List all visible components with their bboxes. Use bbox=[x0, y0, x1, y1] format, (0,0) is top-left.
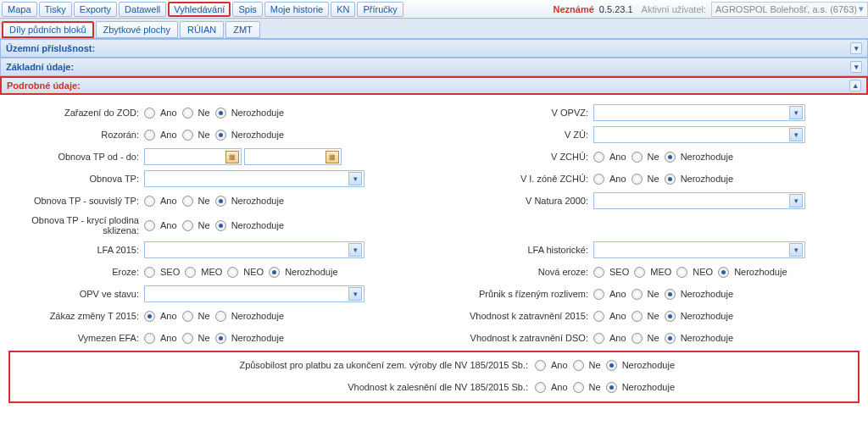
subtab-zbytkove-plochy[interactable]: Zbytkové plochy bbox=[96, 21, 178, 38]
expand-icon[interactable]: ▾ bbox=[850, 61, 862, 73]
label-souvisly-tp: Obnova TP - souvislý TP: bbox=[8, 196, 144, 206]
radio-nerozhoduje[interactable] bbox=[215, 108, 226, 119]
form-right-column: V OPVZ: ▾ V ZÚ: ▾ V ZCHÚ: Ano Ne Nerozho… bbox=[407, 102, 860, 349]
radio-ano[interactable] bbox=[144, 220, 155, 231]
tab-kn[interactable]: KN bbox=[331, 2, 355, 17]
radio-ne[interactable] bbox=[182, 333, 193, 344]
radio-nerozhoduje[interactable] bbox=[269, 267, 280, 278]
tab-prirucky[interactable]: Příručky bbox=[357, 2, 403, 17]
subtab-dily-pudnich-bloku[interactable]: Díly půdních bloků bbox=[2, 21, 94, 38]
tab-tisky[interactable]: Tisky bbox=[39, 2, 72, 17]
chevron-down-icon: ▾ bbox=[348, 243, 362, 257]
radio-ne[interactable] bbox=[182, 108, 193, 119]
radios-vhodnost-2015: Ano Ne Nerozhoduje bbox=[593, 311, 733, 322]
radio-nerozhoduje[interactable] bbox=[215, 130, 226, 141]
radio-nerozhoduje[interactable] bbox=[718, 267, 729, 278]
radio-ne[interactable] bbox=[632, 311, 643, 322]
label-kryci-plodina: Obnova TP - krycí plodina sklizena: bbox=[8, 215, 144, 235]
label-v-natura-2000: V Natura 2000: bbox=[407, 196, 593, 206]
radio-nerozhoduje[interactable] bbox=[665, 289, 676, 300]
radio-ano[interactable] bbox=[593, 311, 604, 322]
tab-datawell[interactable]: Datawell bbox=[119, 2, 166, 17]
radios-zakaz-zmeny-t: Ano Ne Nerozhoduje bbox=[144, 311, 284, 322]
radio-ano[interactable] bbox=[593, 289, 604, 300]
date-to-input[interactable]: ▦ bbox=[244, 148, 342, 165]
radio-nerozhoduje[interactable] bbox=[665, 311, 676, 322]
select-v-opvz[interactable]: ▾ bbox=[593, 104, 805, 121]
form-podrobne-udaje: Zařazení do ZOD: Ano Ne Nerozhoduje Rozo… bbox=[0, 95, 868, 410]
radio-nerozhoduje[interactable] bbox=[215, 311, 226, 322]
top-toolbar: Mapa Tisky Exporty Datawell Vyhledávání … bbox=[0, 0, 868, 19]
tab-exporty[interactable]: Exporty bbox=[74, 2, 117, 17]
tab-vyhledavani[interactable]: Vyhledávání bbox=[168, 2, 231, 17]
subtab-zmt[interactable]: ZMT bbox=[225, 21, 260, 38]
radio-ne[interactable] bbox=[573, 382, 584, 393]
radio-nerozhoduje[interactable] bbox=[215, 333, 226, 344]
radio-ano[interactable] bbox=[535, 382, 546, 393]
radio-neo[interactable] bbox=[227, 267, 238, 278]
radio-ano[interactable] bbox=[593, 333, 604, 344]
radio-ano[interactable] bbox=[144, 108, 155, 119]
status-text: Neznámé bbox=[554, 4, 594, 14]
date-from-input[interactable]: ▦ bbox=[144, 148, 242, 165]
radio-nerozhoduje[interactable] bbox=[606, 382, 617, 393]
select-opv-ve-stavu[interactable]: ▾ bbox=[144, 285, 364, 302]
label-v-i-zone-zchu: V I. zóně ZCHÚ: bbox=[407, 174, 593, 184]
radio-nerozhoduje[interactable] bbox=[665, 152, 676, 163]
radio-nerozhoduje[interactable] bbox=[215, 220, 226, 231]
label-lfa-historicke: LFA historické: bbox=[407, 245, 593, 255]
radio-neo[interactable] bbox=[676, 267, 687, 278]
select-lfa-2015[interactable]: ▾ bbox=[144, 241, 364, 258]
app-root: Mapa Tisky Exporty Datawell Vyhledávání … bbox=[0, 0, 868, 410]
radio-label: Nerozhoduje bbox=[231, 108, 284, 118]
radio-ne[interactable] bbox=[632, 174, 643, 185]
radio-ne[interactable] bbox=[182, 311, 193, 322]
select-v-natura-2000[interactable]: ▾ bbox=[593, 192, 805, 209]
radio-ne[interactable] bbox=[632, 333, 643, 344]
radio-ano[interactable] bbox=[144, 333, 155, 344]
active-user-label: Aktivní uživatel: bbox=[642, 4, 706, 14]
radio-ne[interactable] bbox=[182, 196, 193, 207]
radio-ano[interactable] bbox=[144, 311, 155, 322]
calendar-icon: ▦ bbox=[326, 151, 339, 163]
select-obnova-tp[interactable]: ▾ bbox=[144, 170, 364, 187]
radio-ne[interactable] bbox=[182, 130, 193, 141]
section-uzemni-prislusnost[interactable]: Územní příslušnost: ▾ bbox=[0, 39, 868, 58]
radio-ano[interactable] bbox=[144, 130, 155, 141]
label-opv-ve-stavu: OPV ve stavu: bbox=[8, 289, 144, 299]
radio-nerozhoduje[interactable] bbox=[606, 360, 617, 371]
radio-ne[interactable] bbox=[573, 360, 584, 371]
expand-icon[interactable]: ▾ bbox=[850, 42, 862, 54]
radio-seo[interactable] bbox=[144, 267, 155, 278]
section-podrobne-udaje[interactable]: Podrobné údaje: ▴ bbox=[0, 76, 868, 95]
radio-meo[interactable] bbox=[634, 267, 645, 278]
label-zarazeni-zod: Zařazení do ZOD: bbox=[8, 108, 144, 118]
radio-ne[interactable] bbox=[632, 152, 643, 163]
radio-seo[interactable] bbox=[593, 267, 604, 278]
active-user-select[interactable]: AGROSPOL Bolehošť, a.s. (6763) ▾ bbox=[711, 2, 868, 17]
radio-nerozhoduje[interactable] bbox=[665, 174, 676, 185]
radio-meo[interactable] bbox=[185, 267, 196, 278]
radio-label: Ano bbox=[160, 108, 177, 118]
subtab-ruian[interactable]: RÚIAN bbox=[180, 21, 224, 38]
select-lfa-historicke[interactable]: ▾ bbox=[593, 241, 805, 258]
radio-ne[interactable] bbox=[182, 220, 193, 231]
radio-ne[interactable] bbox=[632, 289, 643, 300]
radio-ano[interactable] bbox=[535, 360, 546, 371]
chevron-down-icon: ▾ bbox=[789, 128, 803, 141]
tab-moje-historie[interactable]: Moje historie bbox=[264, 2, 329, 17]
tab-spis[interactable]: Spis bbox=[232, 2, 262, 17]
radio-ano[interactable] bbox=[593, 152, 604, 163]
radio-ano[interactable] bbox=[593, 174, 604, 185]
form-left-column: Zařazení do ZOD: Ano Ne Nerozhoduje Rozo… bbox=[8, 102, 407, 349]
radios-v-zchu: Ano Ne Nerozhoduje bbox=[593, 152, 733, 163]
tab-mapa[interactable]: Mapa bbox=[2, 2, 37, 17]
radio-ano[interactable] bbox=[144, 196, 155, 207]
chevron-down-icon: ▾ bbox=[789, 194, 803, 207]
label-vhodnost-zalesneni: Vhodnost k zalesnění dle NV 185/2015 Sb.… bbox=[14, 382, 535, 392]
select-v-zu[interactable]: ▾ bbox=[593, 126, 805, 143]
collapse-icon[interactable]: ▴ bbox=[849, 80, 861, 91]
radio-nerozhoduje[interactable] bbox=[665, 333, 676, 344]
radio-nerozhoduje[interactable] bbox=[215, 196, 226, 207]
section-zakladni-udaje[interactable]: Základní údaje: ▾ bbox=[0, 58, 868, 76]
